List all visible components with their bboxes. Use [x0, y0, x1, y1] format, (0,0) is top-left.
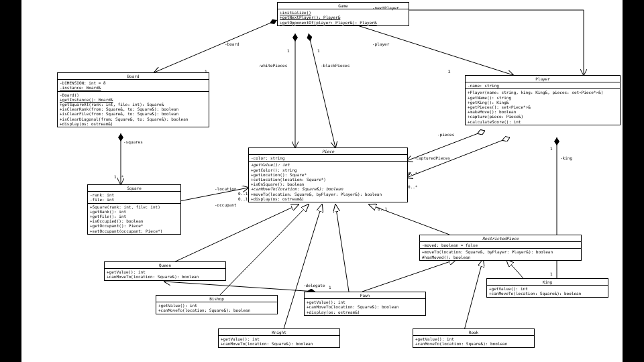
- svg-line-13: [362, 259, 456, 292]
- lbl-occupant: -occupant: [215, 202, 237, 207]
- svg-line-2: [309, 34, 335, 147]
- svg-line-16: [164, 282, 315, 292]
- lbl-king: -king: [560, 156, 572, 160]
- lbl-player: -player: [372, 42, 389, 46]
- class-pawn: Pawn +getValue(): int +canMoveTo(locatio…: [304, 292, 426, 316]
- svg-line-10: [282, 204, 322, 335]
- lbl-capturedpieces: -capturedPieces: [414, 156, 450, 160]
- class-piece: Piece -color: string +getValue(): int +g…: [248, 147, 408, 202]
- svg-line-15: [506, 259, 523, 278]
- uml-canvas: Game +initialize() +getNextPlayer(): Pla…: [0, 0, 644, 362]
- lbl-board: -board: [225, 42, 239, 46]
- svg-line-8: [161, 204, 299, 268]
- svg-line-14: [463, 259, 483, 335]
- lbl-blackpieces: -blackPieces: [321, 63, 350, 68]
- class-player: Player -name: string +Player(name: strin…: [465, 75, 621, 125]
- lbl-nextplayer: -nextPlayer: [372, 5, 399, 10]
- class-king: King +getValue(): int +canMoveTo(locatio…: [486, 278, 608, 298]
- right-blackbar: [623, 0, 644, 362]
- class-rook: Rook +getValue(): int +canMoveTo(locatio…: [413, 328, 535, 348]
- class-knight: Knight +getValue(): int +canMoveTo(locat…: [218, 328, 340, 348]
- svg-line-11: [335, 204, 349, 292]
- lbl-delegate: -delegate: [303, 283, 325, 288]
- lbl-squares: -squares: [123, 139, 143, 144]
- class-board: Board -DIMENSION: int = 8 -instance: Boa…: [57, 72, 209, 127]
- lbl-location: -location: [215, 186, 237, 191]
- svg-line-9: [215, 204, 309, 300]
- svg-line-3: [341, 20, 513, 75]
- left-blackbar: [0, 0, 21, 362]
- class-queen: Queen +getValue(): int +canMoveTo(locati…: [104, 261, 226, 281]
- ops: +initialize() +getNextPlayer(): Player& …: [278, 9, 409, 25]
- class-bishop: Bishop +getValue(): int +canMoveTo(locat…: [156, 295, 278, 314]
- lbl-whitepieces: -whitePieces: [258, 63, 287, 68]
- class-square: Square -rank: int -file: int +Square(ran…: [87, 184, 181, 235]
- lbl-pieces: -pieces: [437, 132, 454, 137]
- class-restrictedpiece: RestrictedPiece -moved: boolean = false …: [419, 235, 582, 261]
